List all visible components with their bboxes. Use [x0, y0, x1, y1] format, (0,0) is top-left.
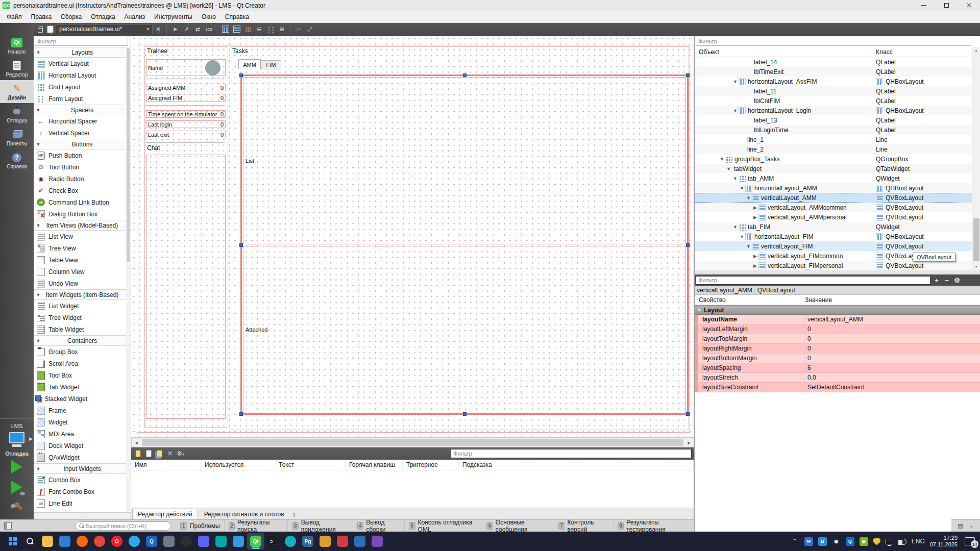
scroll-left-icon[interactable]: ◂ — [132, 440, 141, 445]
mode-Справка[interactable]: ?Справка — [0, 149, 34, 172]
taskbar-app-qt-creator[interactable]: Qt — [247, 533, 264, 549]
widget-item-stacked-widget[interactable]: Stacked Widget — [34, 393, 131, 405]
object-inspector-filter-input[interactable] — [696, 37, 971, 46]
widget-item-column-view[interactable]: Column View — [34, 266, 131, 278]
tree-row-verticalLayout_AMMpersonal[interactable]: ▶verticalLayout_AMMpersonalQVBoxLayout — [695, 212, 972, 222]
widget-item-tool-button[interactable]: ⚙Tool Button — [34, 161, 131, 173]
tasks-group-box[interactable]: Tasks AMM FIM List Attached — [230, 46, 689, 430]
edit-action-button[interactable] — [155, 449, 164, 458]
chevron-right-icon[interactable]: ▶ — [752, 205, 758, 210]
chevron-down-icon[interactable]: ▼ — [732, 224, 739, 230]
widget-item-list-view[interactable]: List View — [34, 231, 131, 242]
widget-item-scroll-area[interactable]: Scroll Area — [34, 358, 131, 369]
widget-item-font-combo-box[interactable]: fFont Combo Box — [34, 486, 131, 497]
stat-row-3[interactable]: Last login0 — [146, 120, 226, 128]
widget-item-undo-view[interactable]: Undo View — [34, 278, 131, 289]
layout-vertical-button[interactable] — [232, 24, 242, 34]
chevron-down-icon[interactable]: ▼ — [739, 186, 745, 191]
tree-row-verticalLayout_AMM[interactable]: ▼verticalLayout_AMMQVBoxLayout — [695, 193, 972, 203]
edit-buddies-button[interactable]: ⇄ — [192, 24, 203, 34]
taskbar-app-gray-app[interactable] — [160, 533, 178, 549]
tab-fim[interactable]: FIM — [261, 60, 281, 69]
widget-box-scrollbar[interactable] — [126, 47, 130, 512]
widget-item-tab-widget[interactable]: Tab Widget — [34, 381, 131, 393]
widget-item-horizontal-spacer[interactable]: ↔Horizontal Spacer — [34, 115, 131, 127]
widget-item-dialog-button-box[interactable]: Dialog Button Box — [34, 208, 131, 220]
edit-widgets-button[interactable]: ➤ — [170, 24, 180, 34]
widget-item-vertical-spacer[interactable]: ↕Vertical Spacer — [34, 127, 131, 139]
tray-hidden-icons-chevron-icon[interactable]: ⌃ — [790, 537, 799, 546]
output-pane-6[interactable]: 6Основные сообщения — [482, 520, 554, 532]
chevron-down-icon[interactable]: ▼ — [739, 234, 745, 239]
chevron-right-icon[interactable]: ▶ — [752, 254, 758, 259]
property-row-layoutStretch[interactable]: layoutStretch0,0 — [695, 373, 980, 383]
output-pane-1[interactable]: 1Проблемы — [176, 520, 225, 532]
menu-item-Справка[interactable]: Справка — [220, 12, 254, 22]
action-column-4[interactable]: Триггерное — [403, 460, 459, 470]
taskbar-app-media-app[interactable] — [56, 533, 74, 549]
widget-item-line-edit[interactable]: abLine Edit — [34, 497, 131, 509]
layout-form-button[interactable] — [265, 24, 276, 34]
tree-row-lblCntFIM[interactable]: lblCntFIMQLabel — [695, 96, 972, 106]
maximize-button[interactable] — [935, 0, 958, 11]
action-column-2[interactable]: Текст — [275, 460, 346, 470]
tree-row-label_11[interactable]: label_11QLabel — [695, 86, 972, 96]
trainee-group-box[interactable]: Trainee Name Assigned AMM0Assigned FIM0T… — [144, 46, 228, 428]
menu-item-Окно[interactable]: Окно — [197, 12, 220, 22]
widget-item-radio-button[interactable]: ◉Radio Button — [34, 173, 131, 185]
tree-row-lblTimeExit[interactable]: lblTimeExitQLabel — [695, 67, 972, 77]
break-layout-button[interactable]: ✂ — [293, 24, 304, 34]
chevron-down-icon[interactable]: ▼ — [719, 157, 725, 162]
chevron-down-icon[interactable]: ▼ — [732, 79, 739, 84]
tray-q-tray-icon[interactable]: Q — [846, 537, 854, 546]
start-button[interactable] — [4, 533, 21, 549]
taskbar-app-q-app[interactable]: Q — [143, 533, 160, 549]
selection-handle[interactable] — [239, 243, 243, 247]
widget-item-list-widget[interactable]: List Widget — [34, 300, 131, 312]
selection-handle[interactable] — [686, 73, 690, 77]
scrollbar-thumb[interactable] — [973, 218, 979, 261]
menu-item-Сборка[interactable]: Сборка — [56, 12, 86, 22]
tray-network-icon[interactable] — [886, 539, 893, 544]
output-pane-5[interactable]: 5Консоль отладчика QML — [405, 520, 482, 532]
delete-action-button[interactable]: ✕ — [165, 449, 175, 458]
close-document-button[interactable]: ✕ — [153, 24, 163, 34]
tray-volume-icon[interactable] — [898, 538, 906, 545]
property-row-layoutSizeConstraint[interactable]: layoutSizeConstraintSetDefaultConstraint — [695, 383, 980, 392]
notification-center-icon[interactable]: 14 — [965, 537, 975, 545]
minimize-button[interactable] — [913, 0, 935, 11]
taskbar-app-terminal[interactable]: >_ — [264, 533, 282, 549]
build-button[interactable] — [0, 497, 34, 518]
widget-item-tool-box[interactable]: Tool Box — [34, 369, 131, 381]
adjust-size-button[interactable]: ⤢ — [305, 24, 315, 34]
tray-steam-icon[interactable]: ◉ — [832, 537, 841, 546]
chevron-down-icon[interactable]: ▼ — [745, 244, 752, 249]
property-row-layoutSpacing[interactable]: layoutSpacing6 — [695, 363, 980, 373]
chat-area[interactable] — [146, 155, 226, 419]
kit-selector[interactable]: LMS ▶ Отладка — [0, 418, 34, 518]
chevron-down-icon[interactable]: ▼ — [732, 176, 739, 181]
tree-row-horizontalLayout_AssFIM[interactable]: ▼horizontalLayout_AssFIMQHBoxLayout — [695, 77, 972, 86]
widget-item-horizontal-layout[interactable]: Horizontal Layout — [34, 69, 131, 81]
tray-defender-icon[interactable] — [873, 538, 880, 545]
widget-category-layouts[interactable]: ▼Layouts — [34, 47, 131, 58]
tab-редактор-действий[interactable]: Редактор действий — [132, 509, 198, 519]
widget-item-mdi-area[interactable]: MDI Area — [34, 428, 131, 440]
action-column-5[interactable]: Подсказка — [459, 460, 694, 470]
taskbar-app-cyan-app[interactable] — [282, 533, 299, 549]
open-document-selector[interactable]: personalcardtrainee.ui* ▾ — [56, 24, 153, 34]
action-config-button[interactable]: ⚙ — [176, 449, 185, 458]
output-pane-expand-icon[interactable]: ⌄ — [969, 522, 974, 529]
tree-row-horizontalLayout_FIM[interactable]: ▼horizontalLayout_FIMQHBoxLayout — [695, 232, 972, 241]
widget-item-widget[interactable]: Widget — [34, 416, 131, 428]
mode-Редактор[interactable]: Редактор — [0, 57, 34, 80]
selection-handle[interactable] — [463, 412, 467, 416]
taskbar-app-purple-app[interactable] — [369, 533, 386, 549]
mode-Проекты[interactable]: Проекты — [0, 126, 34, 149]
widget-box-filter-input[interactable] — [35, 37, 128, 46]
stat-row-1[interactable]: Assigned FIM0 — [146, 94, 226, 102]
edit-tab-order-button[interactable]: 123 — [204, 24, 214, 34]
tree-row-horizontalLayout_AMM[interactable]: ▼horizontalLayout_AMMQHBoxLayout — [695, 183, 972, 193]
chevron-down-icon[interactable]: ▼ — [725, 166, 732, 171]
widget-category-spacers[interactable]: ▼Spacers — [34, 105, 131, 115]
